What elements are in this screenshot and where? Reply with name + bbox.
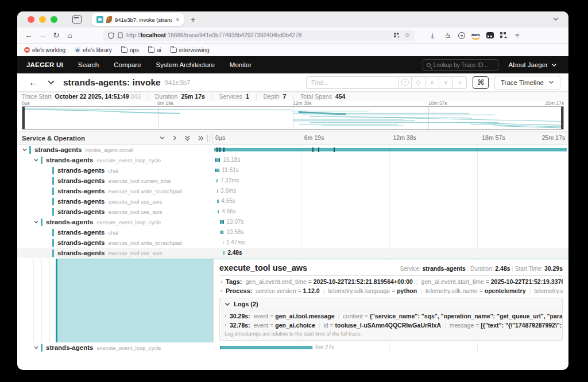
bookmark-star-icon[interactable]: ☆: [404, 32, 410, 39]
nav-item-system-architecture[interactable]: System Architecture: [156, 61, 215, 68]
span-timeline-cell[interactable]: 6m 27s: [213, 342, 568, 353]
span-bar[interactable]: [220, 346, 312, 349]
find-help-icon[interactable]: ?: [398, 76, 412, 89]
span-name-cell[interactable]: strands-agentsexecute_event_loop_cycle: [17, 342, 213, 353]
span-row[interactable]: strands-agentschat10.58s: [17, 227, 568, 237]
expand-chevron-icon[interactable]: [33, 219, 39, 225]
tags-row[interactable]: › Tags: gen_ai.event.end_time = 2025-10-…: [219, 276, 563, 285]
back-to-search-button[interactable]: ←: [29, 77, 38, 88]
zoom-window-button[interactable]: [51, 16, 57, 23]
find-next-button[interactable]: ∨: [439, 76, 453, 89]
nav-item-monitor[interactable]: Monitor: [230, 61, 252, 68]
span-timeline-cell[interactable]: 11.51s: [213, 165, 568, 176]
find-input[interactable]: Find...: [306, 76, 398, 89]
span-timeline-cell[interactable]: [213, 145, 568, 155]
downloads-icon[interactable]: ⤓: [428, 31, 437, 40]
span-bar[interactable]: [220, 220, 224, 224]
span-name-cell[interactable]: strands-agentsexecute_tool write_scratch…: [17, 186, 213, 196]
expand-log-chevron-icon[interactable]: ›: [225, 313, 226, 319]
dark-extension-icon[interactable]: [486, 32, 494, 38]
expand-tags-chevron-icon[interactable]: ›: [220, 279, 222, 284]
forward-icon[interactable]: →: [36, 31, 49, 40]
span-name-cell[interactable]: strands-agentsexecute_event_loop_cycle: [17, 217, 213, 227]
nav-item-compare[interactable]: Compare: [114, 61, 141, 68]
minimize-window-button[interactable]: [39, 16, 46, 23]
span-row[interactable]: strands-agentsexecute_event_loop_cycle16…: [17, 155, 568, 165]
span-bar[interactable]: [214, 148, 567, 151]
span-row[interactable]: strands-agentsinvoke_agent oncall: [17, 145, 568, 155]
span-timeline-cell[interactable]: 16.18s: [213, 155, 568, 165]
locate-span-button[interactable]: ◇: [412, 76, 425, 89]
window-controls[interactable]: [28, 16, 57, 23]
minimap-canvas[interactable]: [22, 106, 564, 130]
span-timeline-cell[interactable]: 3.6ms: [213, 186, 568, 196]
span-name-cell[interactable]: strands-agentsexecute_tool write_scratch…: [17, 237, 213, 248]
find-prev-button[interactable]: ∧: [425, 76, 439, 89]
span-timeline-cell[interactable]: 13.07s: [213, 217, 568, 227]
collapse-all-icon[interactable]: [184, 135, 191, 142]
aws-extension-icon[interactable]: aws: [471, 31, 480, 40]
expand-log-chevron-icon[interactable]: ›: [225, 322, 226, 328]
trace-id-search-input[interactable]: Lookup by Trace ID...: [423, 59, 498, 71]
span-timeline-cell[interactable]: 4.66s: [213, 206, 568, 217]
expand-chevron-icon[interactable]: [33, 345, 39, 350]
view-select[interactable]: Trace Timeline: [494, 76, 560, 89]
menu-icon[interactable]: ≡: [513, 31, 521, 40]
span-name-cell[interactable]: strands-agentsinvoke_agent oncall: [17, 145, 213, 155]
bookmark-item[interactable]: Wefe's library: [75, 47, 112, 53]
firefox-view-icon[interactable]: [72, 15, 82, 24]
bookmark-item[interactable]: interviewing: [171, 47, 210, 53]
shortcuts-button[interactable]: ⌘: [473, 76, 489, 89]
tab-close-icon[interactable]: ×: [176, 17, 179, 23]
containers-icon[interactable]: [394, 33, 399, 38]
span-name-cell[interactable]: strands-agentschat: [17, 165, 213, 176]
expand-chevron-icon[interactable]: [22, 147, 28, 153]
span-name-cell[interactable]: strands-agentsexecute_tool use_aws: [17, 196, 213, 206]
home-icon[interactable]: ⌂: [63, 31, 77, 40]
span-row[interactable]: strands-agentschat11.51s: [17, 165, 568, 176]
bookmark-item[interactable]: ai: [148, 47, 161, 53]
jaeger-brand[interactable]: JAEGER UI: [26, 61, 63, 68]
expand-process-chevron-icon[interactable]: ›: [220, 288, 222, 294]
span-bar[interactable]: [215, 158, 220, 162]
bookmark-item[interactable]: ops: [121, 47, 139, 53]
column-resizer[interactable]: [207, 135, 210, 142]
find-clear-button[interactable]: ×: [453, 76, 467, 89]
log-entry[interactable]: ›32.78s:event = gen_ai.choice|id = toolu…: [220, 319, 562, 329]
span-bar[interactable]: [215, 169, 219, 172]
span-name-cell[interactable]: strands-agentschat: [17, 227, 213, 237]
page-info-icon[interactable]: [118, 32, 123, 38]
close-window-button[interactable]: [28, 16, 34, 23]
span-timeline-cell[interactable]: 7.32ms: [213, 176, 568, 186]
span-timeline-cell[interactable]: 4.55s: [213, 196, 568, 206]
span-row[interactable]: strands-agentsexecute_event_loop_cycle6m…: [17, 342, 568, 353]
minimap-right-handle[interactable]: [561, 107, 563, 129]
expand-all-icon[interactable]: [198, 135, 204, 141]
span-timeline-cell[interactable]: 2.48s: [213, 248, 568, 258]
browser-tab[interactable]: 941e3b7: invoke (strands-ag ×: [92, 13, 184, 26]
span-bar[interactable]: [217, 200, 218, 203]
collapse-one-icon[interactable]: [159, 135, 165, 141]
bookmark-item[interactable]: efe's worklog: [24, 47, 65, 53]
nav-item-search[interactable]: Search: [78, 61, 99, 68]
span-name-cell[interactable]: strands-agentsexecute_tool use_aws: [17, 248, 213, 258]
span-row[interactable]: strands-agentsexecute_tool use_aws4.66s: [17, 206, 568, 217]
minimap-left-handle[interactable]: [22, 107, 25, 129]
back-icon[interactable]: ←: [22, 31, 36, 40]
expand-one-icon[interactable]: [172, 135, 177, 141]
span-row[interactable]: strands-agentsexecute_tool write_scratch…: [17, 237, 568, 248]
span-bar[interactable]: [223, 241, 223, 244]
extensions-icon[interactable]: [500, 32, 506, 38]
about-jaeger-menu[interactable]: About Jaeger: [509, 61, 557, 68]
span-row[interactable]: strands-agentsexecute_tool write_scratch…: [17, 186, 568, 196]
span-row[interactable]: strands-agentsexecute_tool use_aws2.48s: [17, 248, 568, 258]
privacy-badge-icon[interactable]: ●: [458, 32, 465, 39]
process-row[interactable]: › Process: service.version = 1.12.0|tele…: [219, 285, 563, 294]
new-tab-button[interactable]: +: [191, 15, 195, 24]
url-bar[interactable]: http://localhost:16686/trace/941e3b77493…: [103, 30, 415, 41]
span-bar[interactable]: [223, 251, 225, 255]
expand-chevron-icon[interactable]: [33, 157, 39, 163]
span-name-cell[interactable]: strands-agentsexecute_tool current_time: [17, 176, 213, 186]
account-icon[interactable]: 🖒: [443, 31, 452, 40]
log-entry[interactable]: ›30.29s:event = gen_ai.tool.message|cont…: [220, 310, 562, 319]
